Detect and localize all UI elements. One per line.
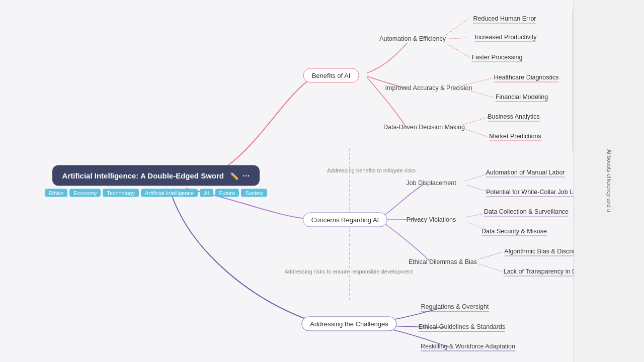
addressing-box: Addressing the Challenges bbox=[301, 317, 396, 331]
market-predictions-node: Market Predictions bbox=[484, 131, 546, 143]
ethical-guidelines-node: Ethical Guidelines & Standards bbox=[411, 320, 513, 335]
tag-economy[interactable]: Economy bbox=[69, 189, 101, 197]
benefits-node[interactable]: Benefits of AI bbox=[303, 68, 359, 83]
increased-productivity-box: Increased Productivity bbox=[470, 32, 542, 44]
increased-productivity-node: Increased Productivity bbox=[470, 32, 542, 44]
privacy-violations-label: Privacy Violations bbox=[407, 216, 456, 223]
automation-manual-box: Automation of Manual Labor bbox=[480, 167, 570, 179]
data-driven-box: Data-Driven Decision Making bbox=[375, 121, 473, 134]
right-panel: AI boosts efficiency and a bbox=[574, 0, 644, 362]
ethical-guidelines-label: Ethical Guidelines & Standards bbox=[419, 323, 505, 332]
job-displacement-label: Job Displacement bbox=[406, 179, 456, 187]
risks-annotation: Addressing risks to ensure responsible d… bbox=[285, 268, 413, 275]
data-security-label: Data Security & Misuse bbox=[481, 228, 547, 236]
data-collection-box: Data Collection & Surveillance bbox=[479, 207, 574, 218]
benefits-annotation-text: Addressing benefits to mitigate risks bbox=[327, 167, 416, 173]
improved-accuracy-node: Improved Accuracy & Precision bbox=[377, 81, 480, 95]
business-analytics-box: Business Analytics bbox=[482, 112, 545, 123]
faster-processing-node: Faster Processing bbox=[467, 52, 528, 64]
concerns-box: Concerns Regarding AI bbox=[303, 213, 387, 227]
tag-society[interactable]: Society bbox=[241, 189, 267, 197]
tag-ai[interactable]: AI bbox=[200, 189, 213, 197]
mindmap-container: Artificial Intelligence: A Double-Edged … bbox=[0, 0, 644, 362]
healthcare-diagnostics-node: Healthcare Diagnostics bbox=[489, 72, 564, 84]
financial-modeling-node: Financial Modeling bbox=[491, 92, 553, 104]
tag-technology[interactable]: Technology bbox=[103, 189, 139, 197]
automation-manual-node: Automation of Manual Labor bbox=[480, 167, 570, 179]
job-displacement-box: Job Displacement bbox=[398, 176, 464, 190]
ethical-dilemmas-label: Ethical Dilemmas & Bias bbox=[409, 258, 477, 265]
data-security-node: Data Security & Misuse bbox=[476, 226, 552, 238]
root-title: Artificial Intelligence: A Double-Edged … bbox=[62, 171, 224, 180]
faster-processing-label: Faster Processing bbox=[472, 54, 523, 62]
benefits-label: Benefits of AI bbox=[312, 72, 351, 79]
reduced-human-error-node: Reduced Human Error bbox=[468, 14, 541, 25]
reskilling-node: Reskilling & Workforce Adaptation bbox=[413, 340, 523, 354]
concerns-node[interactable]: Concerns Regarding AI bbox=[303, 213, 387, 227]
tag-container: Ethics Economy Technology Artificial Int… bbox=[38, 189, 274, 197]
regulations-label: Regulations & Oversight bbox=[421, 303, 489, 312]
reduced-human-error-box: Reduced Human Error bbox=[468, 14, 541, 25]
benefits-annotation: Addressing benefits to mitigate risks bbox=[327, 167, 416, 173]
automation-efficiency-label: Automation & Efficiency bbox=[379, 35, 446, 42]
healthcare-diagnostics-label: Healthcare Diagnostics bbox=[494, 74, 559, 82]
market-predictions-label: Market Predictions bbox=[489, 133, 541, 141]
automation-efficiency-node: Automation & Efficiency bbox=[371, 32, 454, 45]
tag-future[interactable]: Future bbox=[215, 189, 239, 197]
tag-ethics[interactable]: Ethics bbox=[45, 189, 68, 197]
market-predictions-box: Market Predictions bbox=[484, 131, 546, 143]
financial-modeling-box: Financial Modeling bbox=[491, 92, 553, 104]
privacy-violations-box: Privacy Violations bbox=[398, 213, 464, 226]
job-displacement-node: Job Displacement bbox=[398, 176, 464, 190]
edit-icon[interactable]: ✏️ bbox=[230, 172, 238, 180]
data-security-box: Data Security & Misuse bbox=[476, 226, 552, 238]
benefits-box: Benefits of AI bbox=[303, 68, 359, 83]
tag-ai-full[interactable]: Artificial Intelligence bbox=[141, 189, 198, 197]
addressing-node[interactable]: Addressing the Challenges bbox=[301, 317, 396, 331]
business-analytics-node: Business Analytics bbox=[482, 112, 545, 123]
data-collection-label: Data Collection & Surveillance bbox=[484, 208, 569, 217]
risks-annotation-text: Addressing risks to ensure responsible d… bbox=[285, 268, 413, 275]
faster-processing-box: Faster Processing bbox=[467, 52, 528, 64]
ethical-dilemmas-node: Ethical Dilemmas & Bias bbox=[400, 255, 485, 268]
data-driven-label: Data-Driven Decision Making bbox=[383, 124, 465, 131]
improved-accuracy-box: Improved Accuracy & Precision bbox=[377, 81, 480, 95]
regulations-node: Regulations & Oversight bbox=[413, 300, 497, 315]
reduced-human-error-label: Reduced Human Error bbox=[473, 15, 536, 24]
reskilling-label: Reskilling & Workforce Adaptation bbox=[421, 343, 515, 351]
financial-modeling-label: Financial Modeling bbox=[496, 94, 548, 102]
healthcare-diagnostics-box: Healthcare Diagnostics bbox=[489, 72, 564, 84]
privacy-violations-node: Privacy Violations bbox=[398, 213, 464, 226]
automation-manual-label: Automation of Manual Labor bbox=[486, 169, 565, 177]
menu-icon[interactable]: ⋯ bbox=[243, 172, 250, 180]
root-node-box: Artificial Intelligence: A Double-Edged … bbox=[52, 165, 260, 186]
data-collection-node: Data Collection & Surveillance bbox=[479, 207, 574, 218]
data-driven-node: Data-Driven Decision Making bbox=[375, 121, 473, 134]
improved-accuracy-label: Improved Accuracy & Precision bbox=[385, 84, 472, 92]
automation-efficiency-box: Automation & Efficiency bbox=[371, 32, 454, 45]
concerns-label: Concerns Regarding AI bbox=[311, 216, 379, 224]
ethical-dilemmas-box: Ethical Dilemmas & Bias bbox=[400, 255, 485, 268]
increased-productivity-label: Increased Productivity bbox=[475, 34, 537, 42]
ethical-guidelines-box: Ethical Guidelines & Standards bbox=[411, 320, 513, 335]
reskilling-box: Reskilling & Workforce Adaptation bbox=[413, 340, 523, 354]
addressing-label: Addressing the Challenges bbox=[310, 320, 388, 328]
business-analytics-label: Business Analytics bbox=[488, 113, 540, 122]
regulations-box: Regulations & Oversight bbox=[413, 300, 497, 315]
root-node: Artificial Intelligence: A Double-Edged … bbox=[38, 165, 274, 197]
right-panel-text: AI boosts efficiency and a bbox=[606, 149, 612, 212]
